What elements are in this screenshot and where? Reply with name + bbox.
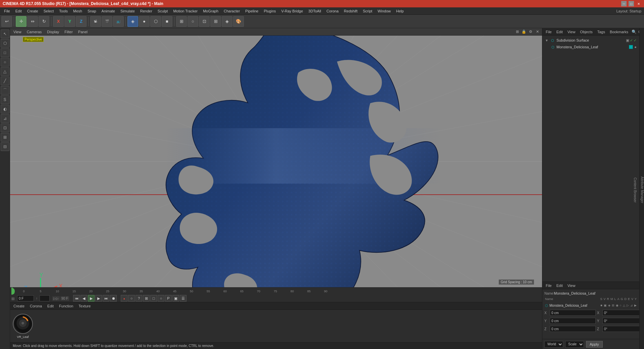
next-frame-button[interactable]: ▶ — [95, 295, 102, 302]
prop-toggle-2[interactable]: ▣ — [604, 304, 607, 307]
viewport-menu-panel[interactable]: Panel — [77, 29, 89, 35]
workplane-button[interactable]: ◈ — [222, 16, 232, 27]
menu-simulate[interactable]: Simulate — [118, 8, 138, 14]
sidebar-smooth-tool[interactable]: ⊟ — [1, 142, 9, 151]
material-menu-corona[interactable]: Corona — [29, 303, 43, 309]
x-pos-input[interactable] — [550, 310, 596, 316]
menu-select[interactable]: Select — [41, 8, 57, 14]
objects-menu-edit[interactable]: Edit — [555, 29, 564, 35]
prop-toggle-8[interactable]: ▷ — [627, 304, 629, 307]
objects-menu-objects[interactable]: Objects — [579, 29, 594, 35]
sidebar-polygon-selection[interactable]: △ — [1, 67, 9, 76]
edge-mode-button[interactable]: ⬡ — [150, 16, 161, 27]
menu-animate[interactable]: Animate — [99, 8, 118, 14]
sidebar-live-selection[interactable]: ⬡ — [1, 39, 9, 48]
viewport-menu-display[interactable]: Display — [46, 29, 60, 35]
viewport-lock-button[interactable]: 🔒 — [521, 29, 527, 35]
color-picker-button[interactable]: 🎨 — [233, 16, 244, 27]
menu-window[interactable]: Window — [375, 8, 393, 14]
keyframe-button[interactable]: ⬥ — [121, 295, 127, 302]
solo-button[interactable]: ○ — [187, 16, 198, 27]
menu-corona[interactable]: Corona — [324, 8, 341, 14]
y-pos-input[interactable] — [550, 318, 596, 324]
menu-motion-tracker[interactable]: Motion Tracker — [170, 8, 200, 14]
viewport-canvas[interactable]: X Y Z Perspective Grid Spacing : 10 cm — [10, 36, 542, 287]
material-menu-create[interactable]: Create — [12, 303, 26, 309]
menu-redshift[interactable]: Redshift — [341, 8, 360, 14]
auto-keyframe-button[interactable]: ○ — [128, 295, 135, 302]
menu-render[interactable]: Render — [138, 8, 155, 14]
current-frame-input[interactable] — [17, 295, 34, 301]
object-mode-button[interactable]: ◈ — [127, 16, 138, 27]
material-menu-edit[interactable]: Edit — [46, 303, 55, 309]
maximize-button[interactable]: □ — [629, 1, 634, 6]
menu-script[interactable]: Script — [360, 8, 375, 14]
tree-item-monstera[interactable]: ⬡ Monstera_Deliciosa_Leaf ● — [544, 44, 638, 50]
goto-start-button[interactable]: ⏮ — [73, 295, 80, 302]
menu-help[interactable]: Help — [393, 8, 407, 14]
sidebar-line-tool[interactable]: ╱ — [1, 77, 9, 85]
frame-number-input[interactable] — [40, 295, 50, 301]
polygon-mode-button[interactable]: ■ — [162, 16, 172, 27]
props-menu-view[interactable]: View — [566, 283, 577, 288]
frame-rate-button[interactable]: ▷▷ — [52, 296, 60, 301]
goto-end-button[interactable]: ⏭ — [103, 295, 109, 302]
key-pos-button[interactable]: □ — [150, 295, 157, 302]
key-scale-button[interactable]: P — [165, 295, 172, 302]
y-rot-input[interactable] — [602, 318, 644, 324]
world-dropdown[interactable]: World — [544, 341, 563, 348]
close-button[interactable]: ✕ — [636, 1, 641, 6]
grid-button[interactable]: ⊞ — [210, 16, 221, 27]
prop-toggle-4[interactable]: ⊞ — [612, 304, 614, 307]
viewport-menu-filter[interactable]: Filter — [63, 29, 74, 35]
point-mode-button[interactable]: ● — [139, 16, 150, 27]
x-rot-input[interactable] — [602, 310, 644, 316]
material-menu-texture[interactable]: Texture — [77, 303, 92, 309]
key-rot-button[interactable]: ○ — [158, 295, 164, 302]
material-menu-function[interactable]: Function — [58, 303, 74, 309]
timeline-settings-button[interactable]: ☰ — [180, 295, 186, 302]
objects-search-icon[interactable]: 🔍 — [632, 30, 637, 34]
render-region-button[interactable]: 📽 — [90, 16, 101, 27]
menu-pipeline[interactable]: Pipeline — [243, 8, 261, 14]
render-all-button[interactable]: 📺 — [113, 16, 124, 27]
y-axis-button[interactable]: Y — [64, 16, 75, 27]
menu-create[interactable]: Create — [24, 8, 41, 14]
props-menu-file[interactable]: File — [544, 283, 553, 288]
prop-toggle-9[interactable]: ⊿ — [630, 304, 633, 307]
scale-dropdown[interactable]: Scale — [565, 341, 584, 348]
viewport-menu-view[interactable]: View — [12, 29, 23, 35]
menu-character[interactable]: Character — [221, 8, 243, 14]
objects-menu-file[interactable]: File — [544, 29, 553, 35]
menu-vray-bridge[interactable]: V-Ray Bridge — [279, 8, 306, 14]
sidebar-rectangle-selection[interactable]: □ — [1, 48, 9, 57]
menu-tools[interactable]: Tools — [56, 8, 70, 14]
sidebar-magnet-tool[interactable]: ⊡ — [1, 123, 9, 132]
key-all-button[interactable]: ⊞ — [143, 295, 150, 302]
prop-toggle-5[interactable]: ◉ — [616, 304, 619, 307]
prop-toggle-7[interactable]: △ — [623, 304, 625, 307]
z-axis-button[interactable]: Z — [76, 16, 87, 27]
rotate-tool-button[interactable]: ↻ — [39, 16, 49, 27]
prop-toggle-3[interactable]: ◈ — [608, 304, 610, 307]
objects-menu-view[interactable]: View — [566, 29, 577, 35]
menu-mesh[interactable]: Mesh — [70, 8, 85, 14]
timeline-mode-button[interactable]: ? — [136, 295, 142, 302]
prev-frame-button[interactable]: ◀ — [80, 295, 87, 302]
snap-button[interactable]: ⊞ — [176, 16, 187, 27]
prop-toggle-10[interactable]: ▶ — [634, 304, 637, 307]
objects-menu-tags[interactable]: Tags — [596, 29, 606, 35]
material-item[interactable]: VR_Leaf — [13, 314, 33, 339]
x-axis-button[interactable]: X — [53, 16, 64, 27]
timeline-ruler[interactable]: 0 5 10 15 20 25 30 35 40 45 50 55 60 65 … — [10, 288, 542, 295]
sidebar-arc-tool[interactable]: ⌒ — [1, 86, 9, 95]
viewport-menu-cameras[interactable]: Cameras — [25, 29, 43, 35]
scale-tool-button[interactable]: ⇔ — [27, 16, 38, 27]
sidebar-spline-tool[interactable]: S — [1, 95, 9, 104]
obj-visible-icon[interactable]: ✓ — [630, 38, 633, 43]
content-browser-tab[interactable]: Content Browser — [633, 178, 637, 202]
sidebar-knife-tool[interactable]: ⊿ — [1, 114, 9, 123]
objects-menu-bookmarks[interactable]: Bookmarks — [608, 29, 630, 35]
sidebar-free-selection[interactable]: ○ — [1, 58, 9, 66]
undo-button[interactable]: ↩ — [1, 16, 12, 27]
